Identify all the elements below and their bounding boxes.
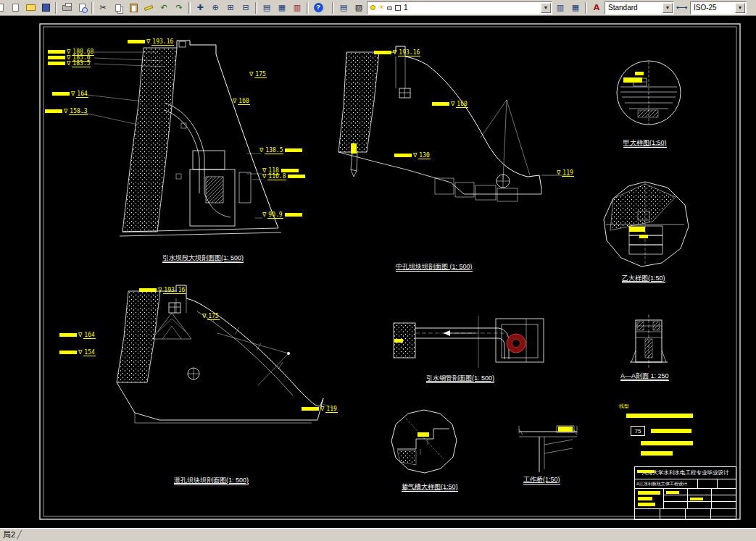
toolbar-separator <box>255 2 257 14</box>
elevation-triangle-icon: ∇ <box>78 350 82 356</box>
match-properties-button[interactable] <box>141 1 156 14</box>
layer-previous-button[interactable]: ▥ <box>553 1 568 14</box>
highlight-bar <box>281 169 299 172</box>
elevation-value: 160 <box>456 101 468 108</box>
elevation-label: ∇175 <box>202 313 220 319</box>
designcenter-icon: ▦ <box>278 3 286 12</box>
dim-style-icon: ⟷ <box>676 3 688 12</box>
zoom-previous-button[interactable]: ⊟ <box>238 1 253 14</box>
new-file-button[interactable] <box>8 1 22 14</box>
dim-style-combo-arrow[interactable]: ▼ <box>735 3 745 13</box>
text-style-button[interactable]: A <box>589 1 604 14</box>
copy-icon <box>115 4 121 12</box>
legend-value-box: 75 <box>631 426 645 436</box>
elevation-value: 116.8 <box>267 173 286 180</box>
highlight-bar <box>302 407 319 411</box>
legend-sample-bar <box>641 441 693 445</box>
elevation-triangle-icon: ∇ <box>249 72 253 77</box>
layer-properties-button[interactable]: ▤ <box>336 1 351 14</box>
scissors-icon: ✂ <box>99 3 106 12</box>
title-block-cell <box>664 502 688 508</box>
elevation-triangle-icon: ∇ <box>320 406 324 412</box>
highlight-bar <box>638 503 655 506</box>
drawing-caption-d1: 引水坝段大坝剖面图(1: 500) <box>162 254 244 263</box>
copy-button[interactable] <box>111 1 125 14</box>
legend-title: 线型 <box>619 403 629 410</box>
layout-tab[interactable]: 局2 <box>3 529 15 540</box>
designcenter-button[interactable]: ▦ <box>275 1 289 14</box>
title-block-cell <box>712 502 736 508</box>
help-button[interactable]: ? <box>311 1 325 14</box>
pan-button[interactable]: ✚ <box>193 1 207 14</box>
legend-sample-bar <box>651 429 691 433</box>
title-block-project-row: A江水利枢纽主体工程设计 <box>635 479 736 489</box>
elevation-value: 175 <box>254 71 266 78</box>
dim-style-button[interactable]: ⟷ <box>675 1 689 14</box>
elevation-triangle-icon: ∇ <box>158 288 162 293</box>
drawing-caption-d4: 乙大样图(1:50) <box>622 274 665 283</box>
layer-combo-arrow[interactable]: ▼ <box>541 3 551 13</box>
elevation-label: ∇130 <box>394 152 431 159</box>
zoom-previous-icon: ⊟ <box>242 3 249 12</box>
undo-button[interactable]: ↶ <box>157 1 171 14</box>
title-block-project: A江水利枢纽主体工程设计 <box>635 479 698 488</box>
save-disk-icon <box>42 4 50 12</box>
drawing-caption-d7: 掺气槽大样图(1:50) <box>402 483 458 492</box>
title-block-cell <box>688 489 712 495</box>
layer-lock-icon[interactable] <box>387 6 392 10</box>
highlight-bar <box>45 109 62 113</box>
new-file-icon <box>12 4 19 12</box>
toolbar-separator <box>91 2 94 14</box>
open-file-button[interactable] <box>23 1 38 14</box>
layer-freeze-sun-icon[interactable]: ☀ <box>378 4 384 11</box>
elevation-triangle-icon: ∇ <box>557 170 560 176</box>
drawing-work-bridge <box>519 426 577 472</box>
drawing-caption-d6: 引水钢管剖面图(1: 500) <box>426 374 494 383</box>
elevation-triangle-icon: ∇ <box>146 39 150 45</box>
zoom-realtime-button[interactable]: ⊕ <box>208 1 223 14</box>
layer-combo[interactable]: ☀ 1 ▼ <box>367 1 552 14</box>
elevation-label: ∇119 <box>302 406 338 412</box>
layer-on-bulb-icon[interactable] <box>370 5 375 10</box>
status-bar: 局2 ╱ <box>0 528 756 541</box>
make-layer-current-button[interactable]: ▧ <box>352 1 366 14</box>
title-block-cell <box>711 509 736 519</box>
layer-states-button[interactable]: ▦ <box>568 1 583 14</box>
print-button[interactable] <box>59 1 74 14</box>
undo-arrow-icon: ↶ <box>160 3 167 12</box>
cut-button[interactable]: ✂ <box>96 1 110 14</box>
drawing-aerator-detail <box>391 410 457 473</box>
highlight-bar <box>59 333 77 337</box>
redo-button[interactable]: ↷ <box>172 1 186 14</box>
properties-button[interactable]: ▤ <box>259 1 274 14</box>
highlight-bar <box>690 498 703 500</box>
legend-sample-bar <box>641 451 673 456</box>
drawing-spillway-section <box>117 285 336 423</box>
zoom-window-icon: ⊞ <box>227 3 233 12</box>
title-block-cell <box>688 502 712 508</box>
linetype-legend: 线型 75 <box>615 403 735 466</box>
highlight-bar <box>52 92 70 96</box>
paste-button[interactable] <box>126 1 141 14</box>
text-style-value: Standard <box>608 4 638 12</box>
tool-palettes-button[interactable]: ▥ <box>290 1 304 14</box>
save-button[interactable] <box>38 1 53 14</box>
elevation-value: 175 <box>207 313 219 320</box>
clipped-icon[interactable] <box>0 1 7 14</box>
highlight-bar <box>558 427 573 432</box>
text-style-combo[interactable]: Standard ▼ <box>605 1 674 14</box>
highlight-bar <box>432 102 449 106</box>
dim-style-combo[interactable]: ISO-25 ▼ <box>690 1 747 14</box>
elevation-triangle-icon: ∇ <box>413 153 417 159</box>
elevation-label: ∇160 <box>233 98 250 104</box>
layer-color-swatch[interactable] <box>395 5 401 11</box>
drawing-canvas[interactable]: ∇193.16 ∇188.68 ∇185.0 ∇183.5 ∇164 ∇158.… <box>0 16 756 528</box>
elevation-value: 90.9 <box>267 211 283 219</box>
elevation-triangle-icon: ∇ <box>451 101 454 107</box>
elevation-triangle-icon: ∇ <box>233 98 236 104</box>
elevation-label: ∇193.16 <box>374 49 420 56</box>
zoom-window-button[interactable]: ⊞ <box>223 1 238 14</box>
text-style-combo-arrow[interactable]: ▼ <box>662 3 673 13</box>
print-preview-button[interactable] <box>75 1 89 14</box>
elevation-label: ∇164 <box>52 91 88 97</box>
